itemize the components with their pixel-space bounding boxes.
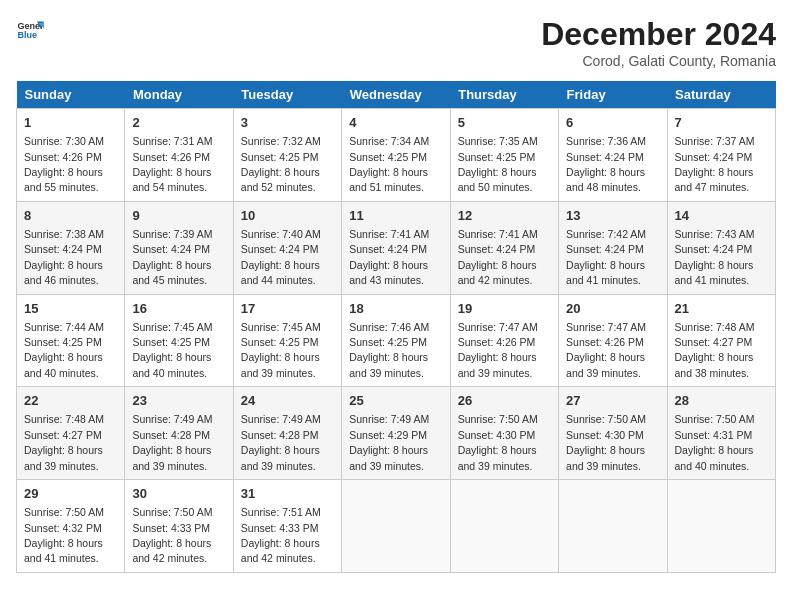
day-number: 20 bbox=[566, 300, 659, 318]
calendar-cell: 9Sunrise: 7:39 AMSunset: 4:24 PMDaylight… bbox=[125, 201, 233, 294]
weekday-header-thursday: Thursday bbox=[450, 81, 558, 109]
day-number: 28 bbox=[675, 392, 768, 410]
day-info: Sunrise: 7:30 AMSunset: 4:26 PMDaylight:… bbox=[24, 135, 104, 193]
calendar-cell: 25Sunrise: 7:49 AMSunset: 4:29 PMDayligh… bbox=[342, 387, 450, 480]
day-number: 24 bbox=[241, 392, 334, 410]
weekday-header-row: SundayMondayTuesdayWednesdayThursdayFrid… bbox=[17, 81, 776, 109]
day-info: Sunrise: 7:35 AMSunset: 4:25 PMDaylight:… bbox=[458, 135, 538, 193]
day-number: 9 bbox=[132, 207, 225, 225]
calendar-cell: 10Sunrise: 7:40 AMSunset: 4:24 PMDayligh… bbox=[233, 201, 341, 294]
title-area: December 2024 Corod, Galati County, Roma… bbox=[541, 16, 776, 69]
day-number: 23 bbox=[132, 392, 225, 410]
calendar-cell: 13Sunrise: 7:42 AMSunset: 4:24 PMDayligh… bbox=[559, 201, 667, 294]
weekday-header-sunday: Sunday bbox=[17, 81, 125, 109]
day-info: Sunrise: 7:50 AMSunset: 4:30 PMDaylight:… bbox=[458, 413, 538, 471]
day-number: 4 bbox=[349, 114, 442, 132]
calendar-cell bbox=[450, 480, 558, 573]
day-number: 11 bbox=[349, 207, 442, 225]
day-info: Sunrise: 7:38 AMSunset: 4:24 PMDaylight:… bbox=[24, 228, 104, 286]
calendar-week-row: 15Sunrise: 7:44 AMSunset: 4:25 PMDayligh… bbox=[17, 294, 776, 387]
calendar-cell: 27Sunrise: 7:50 AMSunset: 4:30 PMDayligh… bbox=[559, 387, 667, 480]
day-number: 18 bbox=[349, 300, 442, 318]
day-info: Sunrise: 7:36 AMSunset: 4:24 PMDaylight:… bbox=[566, 135, 646, 193]
day-info: Sunrise: 7:43 AMSunset: 4:24 PMDaylight:… bbox=[675, 228, 755, 286]
svg-text:Blue: Blue bbox=[17, 30, 37, 40]
calendar-cell bbox=[667, 480, 775, 573]
day-info: Sunrise: 7:48 AMSunset: 4:27 PMDaylight:… bbox=[24, 413, 104, 471]
day-info: Sunrise: 7:50 AMSunset: 4:30 PMDaylight:… bbox=[566, 413, 646, 471]
day-info: Sunrise: 7:44 AMSunset: 4:25 PMDaylight:… bbox=[24, 321, 104, 379]
weekday-header-tuesday: Tuesday bbox=[233, 81, 341, 109]
day-info: Sunrise: 7:47 AMSunset: 4:26 PMDaylight:… bbox=[566, 321, 646, 379]
page-subtitle: Corod, Galati County, Romania bbox=[541, 53, 776, 69]
day-number: 27 bbox=[566, 392, 659, 410]
calendar-cell: 20Sunrise: 7:47 AMSunset: 4:26 PMDayligh… bbox=[559, 294, 667, 387]
day-info: Sunrise: 7:50 AMSunset: 4:31 PMDaylight:… bbox=[675, 413, 755, 471]
day-number: 14 bbox=[675, 207, 768, 225]
calendar-cell: 16Sunrise: 7:45 AMSunset: 4:25 PMDayligh… bbox=[125, 294, 233, 387]
day-info: Sunrise: 7:41 AMSunset: 4:24 PMDaylight:… bbox=[349, 228, 429, 286]
day-info: Sunrise: 7:49 AMSunset: 4:29 PMDaylight:… bbox=[349, 413, 429, 471]
calendar-cell: 30Sunrise: 7:50 AMSunset: 4:33 PMDayligh… bbox=[125, 480, 233, 573]
calendar-cell: 8Sunrise: 7:38 AMSunset: 4:24 PMDaylight… bbox=[17, 201, 125, 294]
header: General Blue December 2024 Corod, Galati… bbox=[16, 16, 776, 69]
day-info: Sunrise: 7:46 AMSunset: 4:25 PMDaylight:… bbox=[349, 321, 429, 379]
day-info: Sunrise: 7:50 AMSunset: 4:32 PMDaylight:… bbox=[24, 506, 104, 564]
calendar-cell: 22Sunrise: 7:48 AMSunset: 4:27 PMDayligh… bbox=[17, 387, 125, 480]
day-number: 10 bbox=[241, 207, 334, 225]
calendar-week-row: 8Sunrise: 7:38 AMSunset: 4:24 PMDaylight… bbox=[17, 201, 776, 294]
day-number: 12 bbox=[458, 207, 551, 225]
day-number: 25 bbox=[349, 392, 442, 410]
day-info: Sunrise: 7:31 AMSunset: 4:26 PMDaylight:… bbox=[132, 135, 212, 193]
day-number: 5 bbox=[458, 114, 551, 132]
day-info: Sunrise: 7:34 AMSunset: 4:25 PMDaylight:… bbox=[349, 135, 429, 193]
day-number: 3 bbox=[241, 114, 334, 132]
day-number: 2 bbox=[132, 114, 225, 132]
day-number: 19 bbox=[458, 300, 551, 318]
day-number: 7 bbox=[675, 114, 768, 132]
calendar-cell: 29Sunrise: 7:50 AMSunset: 4:32 PMDayligh… bbox=[17, 480, 125, 573]
day-number: 1 bbox=[24, 114, 117, 132]
day-info: Sunrise: 7:45 AMSunset: 4:25 PMDaylight:… bbox=[241, 321, 321, 379]
day-number: 22 bbox=[24, 392, 117, 410]
calendar-cell: 3Sunrise: 7:32 AMSunset: 4:25 PMDaylight… bbox=[233, 109, 341, 202]
calendar-cell: 1Sunrise: 7:30 AMSunset: 4:26 PMDaylight… bbox=[17, 109, 125, 202]
calendar-cell: 21Sunrise: 7:48 AMSunset: 4:27 PMDayligh… bbox=[667, 294, 775, 387]
day-number: 17 bbox=[241, 300, 334, 318]
calendar-week-row: 29Sunrise: 7:50 AMSunset: 4:32 PMDayligh… bbox=[17, 480, 776, 573]
calendar-cell: 2Sunrise: 7:31 AMSunset: 4:26 PMDaylight… bbox=[125, 109, 233, 202]
calendar-cell: 6Sunrise: 7:36 AMSunset: 4:24 PMDaylight… bbox=[559, 109, 667, 202]
calendar-cell: 14Sunrise: 7:43 AMSunset: 4:24 PMDayligh… bbox=[667, 201, 775, 294]
calendar-cell bbox=[559, 480, 667, 573]
day-info: Sunrise: 7:45 AMSunset: 4:25 PMDaylight:… bbox=[132, 321, 212, 379]
day-info: Sunrise: 7:49 AMSunset: 4:28 PMDaylight:… bbox=[132, 413, 212, 471]
day-info: Sunrise: 7:48 AMSunset: 4:27 PMDaylight:… bbox=[675, 321, 755, 379]
calendar-cell: 5Sunrise: 7:35 AMSunset: 4:25 PMDaylight… bbox=[450, 109, 558, 202]
weekday-header-wednesday: Wednesday bbox=[342, 81, 450, 109]
day-number: 13 bbox=[566, 207, 659, 225]
calendar-week-row: 22Sunrise: 7:48 AMSunset: 4:27 PMDayligh… bbox=[17, 387, 776, 480]
day-info: Sunrise: 7:39 AMSunset: 4:24 PMDaylight:… bbox=[132, 228, 212, 286]
page-title: December 2024 bbox=[541, 16, 776, 53]
logo: General Blue bbox=[16, 16, 44, 44]
day-info: Sunrise: 7:41 AMSunset: 4:24 PMDaylight:… bbox=[458, 228, 538, 286]
calendar-cell: 11Sunrise: 7:41 AMSunset: 4:24 PMDayligh… bbox=[342, 201, 450, 294]
weekday-header-monday: Monday bbox=[125, 81, 233, 109]
day-number: 26 bbox=[458, 392, 551, 410]
day-info: Sunrise: 7:37 AMSunset: 4:24 PMDaylight:… bbox=[675, 135, 755, 193]
calendar-cell: 12Sunrise: 7:41 AMSunset: 4:24 PMDayligh… bbox=[450, 201, 558, 294]
calendar-cell: 15Sunrise: 7:44 AMSunset: 4:25 PMDayligh… bbox=[17, 294, 125, 387]
day-number: 21 bbox=[675, 300, 768, 318]
calendar-cell: 31Sunrise: 7:51 AMSunset: 4:33 PMDayligh… bbox=[233, 480, 341, 573]
day-number: 30 bbox=[132, 485, 225, 503]
calendar-body: 1Sunrise: 7:30 AMSunset: 4:26 PMDaylight… bbox=[17, 109, 776, 573]
day-info: Sunrise: 7:50 AMSunset: 4:33 PMDaylight:… bbox=[132, 506, 212, 564]
calendar-week-row: 1Sunrise: 7:30 AMSunset: 4:26 PMDaylight… bbox=[17, 109, 776, 202]
day-number: 15 bbox=[24, 300, 117, 318]
day-number: 8 bbox=[24, 207, 117, 225]
calendar-cell: 18Sunrise: 7:46 AMSunset: 4:25 PMDayligh… bbox=[342, 294, 450, 387]
calendar-cell: 7Sunrise: 7:37 AMSunset: 4:24 PMDaylight… bbox=[667, 109, 775, 202]
day-info: Sunrise: 7:40 AMSunset: 4:24 PMDaylight:… bbox=[241, 228, 321, 286]
day-info: Sunrise: 7:51 AMSunset: 4:33 PMDaylight:… bbox=[241, 506, 321, 564]
day-info: Sunrise: 7:42 AMSunset: 4:24 PMDaylight:… bbox=[566, 228, 646, 286]
